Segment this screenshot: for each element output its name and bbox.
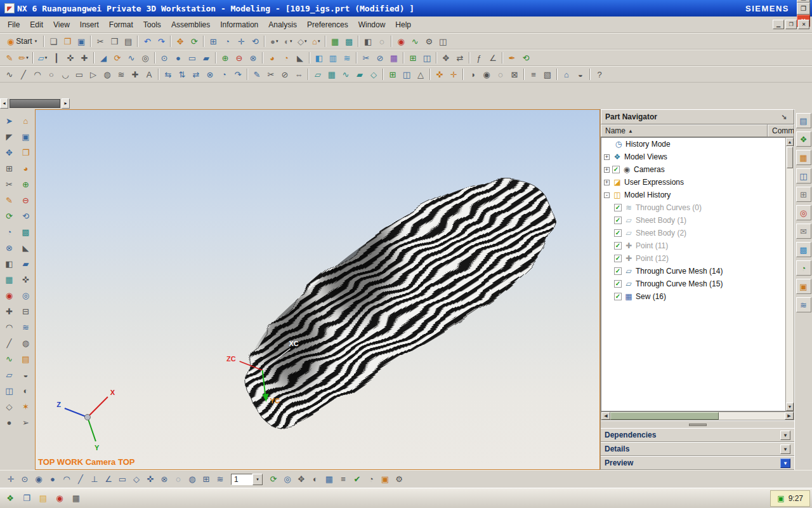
move-selection-button[interactable]: ✥ [294,472,308,486]
snap-move-button[interactable]: ✥ [2,145,17,161]
measure-button[interactable]: ∠ [486,51,500,65]
wireframe-display-button[interactable]: ◇▾ [295,34,309,48]
shaded-display-dropdown-icon[interactable]: ▾ [276,39,278,44]
point-curve-button[interactable]: ✚ [128,67,142,81]
tree-item-user-expressions[interactable]: +◪User Expressions [601,176,785,189]
scroll-left-icon[interactable]: ◀ [601,412,610,420]
hide-object-button[interactable]: ◌ [494,67,508,81]
start-button[interactable]: ◉ Start ▾ [3,34,41,48]
tree-item-point-12[interactable]: ✓✚Point (12) [601,252,785,265]
mirror-body-button[interactable]: ◫ [400,67,414,81]
sweep-button[interactable]: ∿ [124,51,138,65]
details-chevron-icon[interactable]: ▾ [780,444,790,454]
update-display-button[interactable]: ⟳ [266,472,280,486]
menu-view[interactable]: View [48,18,75,31]
snap-existing-point-button[interactable]: ◌ [171,472,185,486]
tree-item-model-history[interactable]: -◫Model History [601,189,785,201]
hd3d-tools-tab-button[interactable]: ⊞ [796,187,811,202]
taskbar-grid-button[interactable]: ▦ [68,490,84,507]
menu-help[interactable]: Help [390,18,416,31]
tree-horizontal-scrollbar[interactable]: ◀ ▶ [601,411,794,420]
restore-button[interactable]: ❐ [797,3,810,15]
tree-item-point-11[interactable]: ✓✚Point (11) [601,239,785,252]
polygon-button[interactable]: ▷ [86,67,100,81]
tree-item-model-views[interactable]: +❖Model Views [601,150,785,163]
extrude-button[interactable]: ◢ [96,51,110,65]
open-button[interactable]: ❐ [60,34,74,48]
snap-csys-button[interactable]: ✜ [143,472,157,486]
save-layout-button[interactable]: ▣ [18,129,34,145]
edit-curve-button[interactable]: ✎ [250,67,264,81]
quick-trim-button[interactable]: ✂ [2,177,17,192]
history-palette-tab-button[interactable]: ✉ [796,224,811,239]
regen-button[interactable]: ⟳ [2,208,17,224]
tube-button[interactable]: ◎ [138,51,152,65]
combined-projection-button[interactable]: ⇄ [189,67,203,81]
dependencies-section-header[interactable]: Dependencies ▾ [601,428,794,442]
checkbox-icon[interactable]: ✓ [614,280,622,288]
toolbar-drag-handle[interactable] [10,99,60,108]
model-canvas[interactable]: ZC XC YC Z X Y [36,110,599,469]
details-section-header[interactable]: Details ▾ [601,442,794,456]
snap-curve-button[interactable]: ≋ [213,472,227,486]
scroll-left-icon[interactable]: ◂ [0,98,8,109]
snap-face-button[interactable]: ◍ [185,472,199,486]
shade-tool-button[interactable]: ◍ [18,335,34,351]
trim-curve-button[interactable]: ✂ [264,67,278,81]
arc-tool-button[interactable]: ◠ [2,319,17,335]
magnify-selection-button[interactable]: ◔ [364,472,378,486]
mdi-restore-button[interactable]: ❐ [785,20,797,29]
checkbox-icon[interactable]: ✓ [614,217,622,224]
help-context-button[interactable]: ? [593,67,606,81]
constraint-navigator-tab-button[interactable]: ❖ [796,131,811,147]
alert-button[interactable]: ◉ [2,288,17,304]
tree-item-sew-16[interactable]: ✓▦Sew (16) [601,290,785,303]
system-tray[interactable]: ▣ 9:27 [770,490,810,507]
part-navigator-tab-button[interactable]: ▦ [796,150,811,165]
mdi-minimize-button[interactable]: ▁ [773,20,784,29]
menu-window[interactable]: Window [353,18,391,31]
mirror-tool-button[interactable]: ◫ [2,383,17,399]
refresh-button[interactable]: ⟳ [187,34,201,48]
pan-button[interactable]: ✛ [234,34,248,48]
dot-tool-button[interactable]: ● [2,415,17,431]
object-display-button[interactable]: ◑ [466,67,480,81]
expression-button[interactable]: ƒ [472,51,486,65]
rotate-view-button[interactable]: ⟲ [248,34,262,48]
wireframe-display-dropdown-icon[interactable]: ▾ [304,39,307,44]
checkbox-icon[interactable]: ✓ [614,267,622,275]
half-tool-button[interactable]: ◒ [18,367,34,383]
datum-csys-button[interactable]: ✜ [63,51,77,65]
bridge-curve-button[interactable]: ↷ [231,67,245,81]
hole-button[interactable]: ⊙ [157,51,171,65]
edit-feature-button[interactable]: ✒ [505,51,519,65]
layer-visible-in-view-button[interactable]: ≡ [527,67,540,81]
layer-settings-button[interactable]: ◧ [361,34,375,48]
checkbox-icon[interactable]: ✓ [614,204,622,211]
chamfer-tool-button[interactable]: ◣ [18,240,34,256]
plus-tool-button[interactable]: ✚ [2,304,17,319]
panel-splitter[interactable] [601,420,794,428]
window-switch-button[interactable]: ◫ [436,34,450,48]
quick-sketch-button[interactable]: ✎ [2,192,17,208]
face-blend-button[interactable]: ◔ [279,51,293,65]
half-shade-button[interactable]: ◧ [2,256,17,272]
text-curve-button[interactable]: A [142,67,156,81]
pocket-button[interactable]: ▭ [185,51,199,65]
tree-item-through-curve-mesh-14[interactable]: ✓▱Through Curve Mesh (14) [601,265,785,277]
contrast-tool-button[interactable]: ◐ [18,383,34,399]
curve-tool-button[interactable]: ∿ [2,351,17,367]
rotate-tool-button[interactable]: ⟲ [18,208,34,224]
revolve-button[interactable]: ⟳ [110,51,124,65]
sketch-in-task-dropdown-icon[interactable]: ▾ [26,55,29,60]
pin-icon[interactable]: ➘ [778,111,790,123]
menu-assemblies[interactable]: Assemblies [166,18,215,31]
wave-tool-button[interactable]: ≋ [18,319,34,335]
tree-item-through-curves-0[interactable]: ✓≋Through Curves (0) [601,201,785,214]
ruled-button[interactable]: ▰ [353,67,367,81]
target-tool-button[interactable]: ◎ [18,288,34,304]
divide-curve-button[interactable]: ⊘ [278,67,292,81]
collapse-tool-button[interactable]: ⊟ [18,304,34,319]
trim-body-button[interactable]: ✂ [359,51,373,65]
sketch-button[interactable]: ✎ [3,51,16,65]
